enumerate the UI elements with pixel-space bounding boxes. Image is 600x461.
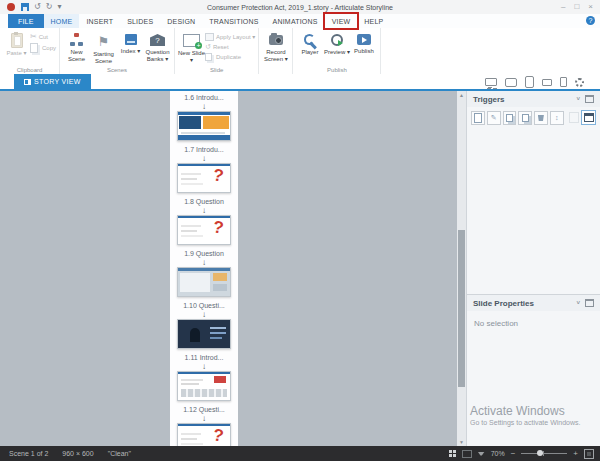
tab-story-view[interactable]: STORY VIEW [14, 74, 91, 89]
triggers-collapse-icon[interactable]: ˅ [576, 96, 580, 102]
button-label: Apply Layout ▾ [216, 34, 255, 41]
tablet-portrait-icon[interactable] [525, 76, 534, 88]
record-screen-button[interactable]: Record Screen ▾ [262, 30, 289, 63]
button-label: Player [301, 49, 318, 56]
slide-link-arrow-icon: ↓ [202, 102, 206, 111]
undo-icon[interactable]: ↺ [34, 3, 41, 11]
cut-button[interactable]: Cut [30, 33, 56, 41]
publish-button[interactable]: Publish [350, 30, 377, 55]
help-icon[interactable]: ? [586, 16, 595, 25]
save-icon[interactable] [21, 3, 29, 11]
title-bar: ↺↻▾ Consumer Protection Act, 2019_1.stor… [0, 0, 600, 14]
slide-properties-collapse-icon[interactable]: ˅ [576, 300, 580, 306]
status-bar: Scene 1 of 2 960 × 600 "Clean" 70% − + [0, 446, 600, 461]
tab-view[interactable]: VIEW [325, 14, 358, 28]
tab-help[interactable]: HELP [357, 14, 390, 28]
question-banks-button[interactable]: Question Banks ▾ [144, 30, 171, 63]
edit-trigger-button[interactable]: ✎ [487, 111, 501, 125]
new-scene-button[interactable]: New Scene [63, 30, 90, 63]
slide-view-toggle-icon[interactable] [462, 450, 472, 458]
tab-slides[interactable]: SLIDES [120, 14, 160, 28]
new-trigger-button[interactable] [471, 111, 485, 125]
tab-animations[interactable]: ANIMATIONS [266, 14, 325, 28]
player-button[interactable]: Player [296, 30, 323, 56]
phone-portrait-icon[interactable] [560, 77, 567, 87]
slide-thumbnail[interactable] [177, 111, 231, 141]
canvas-scrollbar[interactable]: ▲ ▼ [457, 91, 466, 446]
slide-thumbnail[interactable] [177, 423, 231, 446]
scroll-down-icon[interactable]: ▼ [457, 438, 466, 446]
ribbon-small-group: Apply Layout ▾ResetDuplicate [205, 30, 255, 61]
ribbon-group-clipboard: Paste ▾CutCopyClipboard [0, 28, 60, 74]
fit-to-window-icon[interactable] [584, 449, 594, 459]
apply-layout-icon [205, 33, 214, 41]
redo-icon[interactable]: ↻ [46, 3, 53, 11]
zoom-slider[interactable] [521, 453, 567, 454]
tab-insert[interactable]: INSERT [79, 14, 120, 28]
zoom-in-button[interactable]: + [573, 450, 578, 458]
slide-label: 1.8 Question [184, 197, 224, 206]
ribbon-tabs: FILEHOMEINSERTSLIDESDESIGNTRANSITIONSANI… [0, 14, 600, 28]
trigger-spacer [569, 112, 580, 123]
button-label: Copy [42, 45, 56, 52]
page-icon [474, 113, 482, 123]
new-slide-button[interactable]: New Slide ▾ [178, 30, 205, 64]
slide-thumbnail[interactable] [177, 267, 231, 297]
trigger-panel-toggle-button[interactable] [581, 110, 596, 125]
slide-thumbnail[interactable] [177, 215, 231, 245]
slide-thumbnail[interactable] [177, 319, 231, 349]
tablet-landscape-icon[interactable] [505, 78, 517, 87]
player-icon [303, 33, 317, 47]
duplicate-button[interactable]: Duplicate [205, 53, 255, 61]
triggers-title: Triggers [473, 95, 505, 104]
reset-button[interactable]: Reset [205, 43, 255, 51]
starting-scene-button[interactable]: Starting Scene [90, 30, 117, 65]
story-canvas[interactable]: 1.6 Introdu...↓1.7 Introdu...↓1.8 Questi… [0, 91, 457, 446]
index-button[interactable]: Index ▾ [117, 30, 144, 55]
button-label: Question Banks ▾ [144, 49, 171, 63]
reset-icon [205, 43, 211, 51]
copy-button[interactable]: Copy [30, 43, 56, 53]
button-label: New Scene [63, 49, 90, 63]
close-button[interactable]: × [588, 2, 593, 12]
question-banks-icon [150, 34, 165, 46]
copy-icon [522, 114, 529, 122]
minimize-button[interactable]: – [561, 2, 565, 12]
slide-label: 1.10 Questi... [183, 301, 225, 310]
phone-landscape-icon[interactable] [542, 79, 552, 86]
quick-access-dropdown-icon[interactable]: ▾ [57, 3, 61, 11]
delete-trigger-button[interactable] [534, 111, 548, 125]
apply-layout-button[interactable]: Apply Layout ▾ [205, 33, 255, 41]
tab-transitions[interactable]: TRANSITIONS [202, 14, 265, 28]
story-view-toggle-icon[interactable] [449, 450, 456, 457]
scroll-up-icon[interactable]: ▲ [457, 91, 466, 99]
maximize-button[interactable]: □ [574, 2, 579, 12]
copy-trigger-button[interactable] [503, 111, 517, 125]
window-controls: –□× [561, 2, 600, 12]
settings-gear-icon[interactable] [575, 78, 584, 87]
desktop-icon[interactable] [485, 78, 497, 86]
paste-button[interactable]: Paste ▾ [3, 30, 30, 57]
triggers-panel-icon[interactable] [585, 95, 594, 103]
tab-file[interactable]: FILE [8, 14, 44, 28]
button-label: Publish [354, 48, 374, 55]
paste-trigger-button[interactable] [518, 111, 532, 125]
slide-link-arrow-icon: ↓ [202, 310, 206, 319]
slide-properties-panel-icon[interactable] [585, 299, 594, 307]
slide-label: 1.6 Introdu... [184, 93, 223, 102]
device-preview-bar [485, 76, 584, 88]
tab-home[interactable]: HOME [44, 14, 80, 28]
scene-indicator: Scene 1 of 2 [9, 450, 48, 457]
slide-label: 1.11 Introd... [185, 353, 224, 362]
scrollbar-thumb[interactable] [458, 230, 465, 387]
zoom-mode-icon[interactable] [478, 452, 485, 456]
slide-thumbnail[interactable] [177, 163, 231, 193]
slide-thumbnail[interactable] [177, 371, 231, 401]
tab-design[interactable]: DESIGN [160, 14, 202, 28]
preview-button[interactable]: Preview ▾ [323, 30, 350, 56]
slide-label: 1.12 Questi... [183, 405, 225, 414]
ribbon-group-scenes: New SceneStarting SceneIndex ▾Question B… [60, 28, 175, 74]
reorder-trigger-button[interactable]: ↕ [550, 111, 564, 125]
window-title: Consumer Protection Act, 2019_1.story - … [0, 4, 600, 11]
zoom-out-button[interactable]: − [511, 450, 516, 458]
